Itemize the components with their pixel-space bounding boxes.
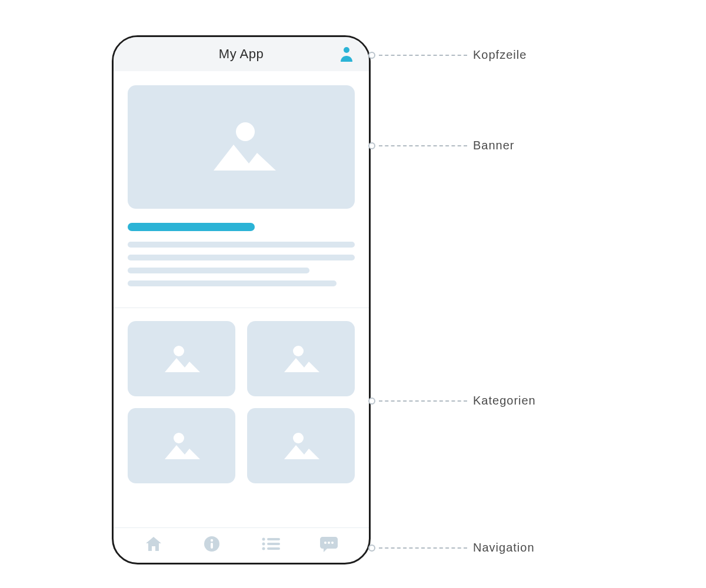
chat-icon [320, 536, 338, 552]
svg-point-12 [211, 539, 213, 541]
svg-point-9 [293, 433, 304, 443]
svg-point-16 [262, 542, 265, 545]
annotation-dot [368, 397, 375, 405]
image-placeholder-icon [281, 343, 322, 375]
annotation-label: Banner [473, 139, 515, 152]
image-placeholder-icon [203, 118, 279, 176]
svg-marker-2 [214, 145, 276, 171]
image-placeholder-icon [161, 343, 202, 375]
text-line-placeholder [128, 242, 355, 248]
info-icon [204, 536, 220, 552]
annotation-header: Kopfzeile [368, 48, 527, 62]
svg-marker-8 [165, 445, 200, 459]
bottom-nav [114, 527, 369, 563]
annotation-navigation: Navigation [368, 541, 535, 554]
text-block [128, 223, 355, 286]
category-card[interactable] [128, 321, 235, 396]
annotation-dot [368, 52, 375, 59]
nav-chat[interactable] [317, 532, 341, 556]
svg-point-1 [236, 122, 255, 141]
svg-point-0 [344, 47, 349, 53]
annotation-line [379, 547, 467, 549]
svg-point-18 [262, 547, 265, 550]
text-line-placeholder [128, 268, 309, 273]
annotation-categories: Kategorien [368, 394, 536, 407]
svg-rect-15 [267, 538, 280, 540]
diagram-stage: My App [0, 0, 706, 588]
nav-home[interactable] [142, 532, 165, 556]
home-icon [145, 536, 162, 552]
svg-point-7 [174, 433, 184, 443]
annotation-dot [368, 544, 375, 552]
annotation-banner: Banner [368, 139, 515, 152]
user-icon[interactable] [339, 46, 354, 62]
svg-marker-6 [284, 358, 319, 372]
text-line-placeholder [128, 255, 355, 260]
image-placeholder-icon [161, 430, 202, 462]
list-icon [261, 537, 280, 551]
annotation-line [379, 400, 467, 402]
app-content [114, 71, 369, 563]
nav-info[interactable] [200, 532, 224, 556]
text-line-placeholder [128, 280, 337, 286]
svg-rect-13 [211, 543, 213, 549]
svg-point-22 [331, 542, 334, 544]
category-card[interactable] [247, 321, 355, 396]
svg-marker-4 [165, 358, 200, 372]
categories-grid [114, 308, 369, 489]
svg-marker-10 [284, 445, 319, 459]
annotation-label: Kopfzeile [473, 48, 527, 62]
svg-point-20 [324, 542, 327, 544]
annotation-label: Navigation [473, 541, 535, 554]
annotation-line [379, 145, 467, 146]
annotation-line [379, 55, 467, 56]
image-placeholder-icon [281, 430, 322, 462]
svg-point-3 [174, 346, 184, 356]
annotation-label: Kategorien [473, 394, 536, 407]
svg-point-14 [262, 537, 265, 540]
svg-point-21 [328, 542, 330, 544]
svg-rect-19 [267, 547, 280, 550]
category-card[interactable] [128, 408, 235, 483]
app-title: My App [219, 46, 264, 62]
nav-list[interactable] [259, 532, 282, 556]
svg-point-5 [293, 346, 304, 356]
banner-section [114, 71, 369, 308]
app-header: My App [114, 37, 369, 71]
text-heading-placeholder [128, 223, 255, 231]
banner-image-placeholder[interactable] [128, 85, 355, 209]
phone-frame: My App [112, 35, 371, 564]
annotation-dot [368, 142, 375, 149]
svg-rect-17 [267, 543, 280, 545]
category-card[interactable] [247, 408, 355, 483]
